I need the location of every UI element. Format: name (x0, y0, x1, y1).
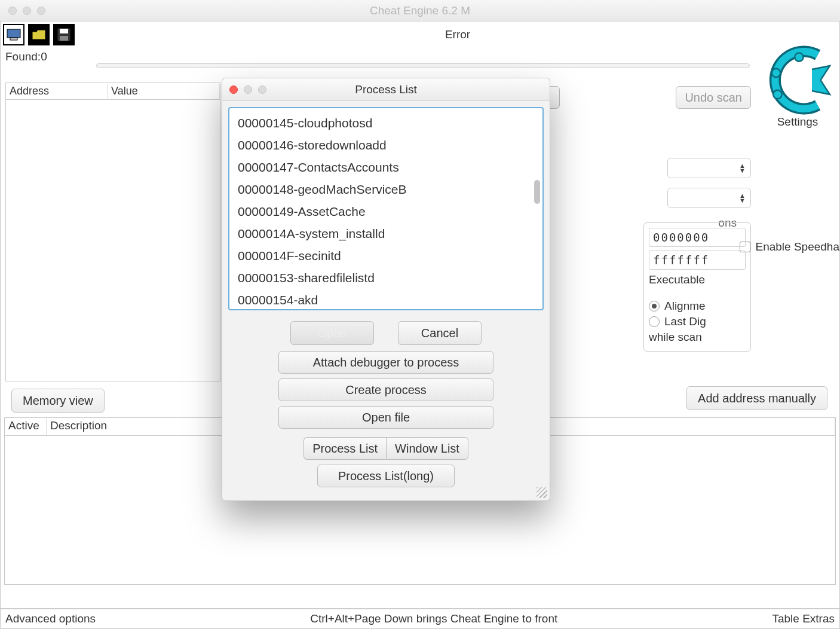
advanced-options-button[interactable]: Advanced options (1, 612, 100, 625)
process-list[interactable]: 00000145-cloudphotosd 00000146-storedown… (228, 107, 544, 310)
bottom-bar: Advanced options Ctrl+Alt+Page Down brin… (1, 608, 839, 628)
list-item[interactable]: 0000014A-system_installd (238, 222, 534, 245)
maximize-icon[interactable] (37, 7, 45, 15)
list-item[interactable]: 00000148-geodMachServiceB (238, 178, 534, 200)
list-item[interactable]: 00000154-akd (238, 289, 534, 310)
list-item[interactable]: 00000147-ContactsAccounts (238, 156, 534, 178)
toolbar: Error (1, 22, 839, 48)
process-list-tab[interactable]: Process List (303, 437, 386, 460)
while-scan-label: while scan (649, 331, 702, 344)
scrollbar-thumb[interactable] (534, 180, 540, 204)
column-address[interactable]: Address (6, 84, 108, 99)
memory-scan-options: 0000000 fffffff Executable Alignme Last … (643, 222, 751, 352)
svg-rect-1 (10, 38, 17, 40)
open-process-icon[interactable] (3, 24, 24, 45)
hint-label: Ctrl+Alt+Page Down brings Cheat Engine t… (100, 612, 767, 625)
alignment-radio[interactable]: Alignme (649, 300, 746, 313)
svg-rect-0 (7, 29, 20, 38)
window-list-tab[interactable]: Window List (386, 437, 468, 460)
main-body: Error Settings Found:0 Address Value Und… (0, 22, 840, 629)
cheat-engine-logo-icon (762, 44, 833, 116)
last-digit-radio[interactable]: Last Dig (649, 315, 746, 328)
table-extras-button[interactable]: Table Extras (767, 612, 839, 625)
list-item[interactable]: 00000153-sharedfilelistd (238, 267, 534, 289)
dialog-body: 00000145-cloudphotosd 00000146-storedown… (222, 101, 550, 500)
logo-area: Settings (756, 44, 839, 129)
list-item[interactable]: 00000149-AssetCache (238, 200, 534, 222)
cancel-button[interactable]: Cancel (398, 321, 482, 345)
alignment-label: Alignme (664, 300, 706, 313)
create-process-button[interactable]: Create process (278, 378, 493, 401)
add-address-button[interactable]: Add address manually (686, 386, 827, 410)
svg-point-6 (772, 69, 780, 77)
process-list-long-button[interactable]: Process List(long) (317, 465, 455, 487)
checkbox-icon (740, 242, 750, 252)
resize-grip-icon[interactable] (537, 487, 547, 498)
main-titlebar: Cheat Engine 6.2 M (0, 0, 840, 22)
attach-debugger-button[interactable]: Attach debugger to process (278, 351, 493, 374)
undo-scan-button[interactable]: Undo scan (676, 86, 751, 109)
window-title: Cheat Engine 6.2 M (0, 4, 840, 17)
dialog-buttons: Open Cancel (228, 321, 544, 345)
svg-rect-4 (60, 36, 68, 41)
minimize-icon[interactable] (23, 7, 31, 15)
open-folder-icon[interactable] (28, 24, 50, 45)
while-scan-row: while scan (649, 331, 746, 344)
list-item[interactable]: 0000014F-secinitd (238, 245, 534, 267)
last-digit-label: Last Dig (664, 315, 706, 328)
results-table: Address Value (5, 83, 220, 381)
results-header: Address Value (6, 83, 220, 100)
list-item[interactable]: 00000145-cloudphotosd (238, 112, 534, 134)
close-icon[interactable] (8, 7, 17, 15)
progress-bar (96, 63, 750, 68)
process-list-dialog: Process List 00000145-cloudphotosd 00000… (222, 78, 550, 501)
open-button[interactable]: Open (290, 321, 374, 345)
executable-checkbox[interactable]: Executable (649, 273, 746, 286)
radio-icon (649, 316, 660, 327)
memory-view-button[interactable]: Memory view (11, 389, 105, 413)
start-address-field[interactable]: 0000000 (649, 228, 746, 247)
open-file-button[interactable]: Open file (278, 406, 493, 429)
stop-address-field[interactable]: fffffff (649, 251, 746, 270)
svg-point-7 (773, 90, 781, 99)
settings-label[interactable]: Settings (756, 115, 839, 129)
save-icon[interactable] (53, 24, 75, 45)
results-body[interactable] (6, 100, 220, 381)
column-value[interactable]: Value (108, 84, 220, 99)
list-item[interactable]: 00000146-storedownloadd (238, 134, 534, 156)
error-label: Error (78, 28, 837, 41)
list-type-toggle: Process List Window List (228, 437, 544, 460)
svg-point-5 (795, 53, 803, 61)
column-active[interactable]: Active (5, 418, 47, 435)
dialog-title: Process List (222, 83, 550, 96)
dialog-titlebar: Process List (222, 78, 550, 101)
speedhack-label: Enable Speedha (755, 240, 839, 254)
executable-label: Executable (649, 273, 705, 286)
traffic-lights (0, 7, 45, 15)
radio-icon (649, 301, 660, 312)
scan-type-stepper[interactable]: ▲▼ (667, 188, 751, 208)
svg-rect-3 (60, 29, 68, 33)
value-type-stepper[interactable]: ▲▼ (667, 158, 751, 178)
enable-speedhack-checkbox[interactable]: Enable Speedha (740, 240, 839, 254)
